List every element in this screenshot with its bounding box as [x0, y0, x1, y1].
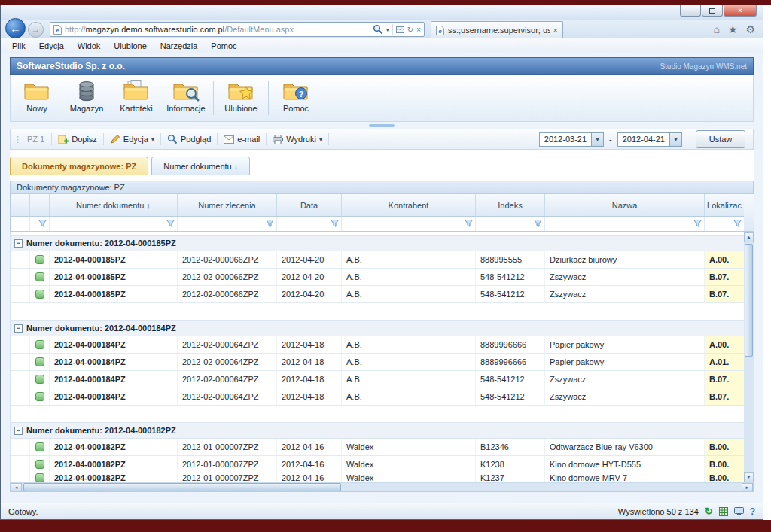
tab-dokumenty-magazynowe[interactable]: Dokumenty magazynowe: PZ — [10, 157, 148, 175]
toolbar-button-folder-help[interactable]: ?Pomoc — [271, 79, 321, 113]
filter-funnel-icon[interactable] — [266, 220, 274, 229]
scroll-left-button[interactable]: ◄ — [11, 483, 22, 491]
filter-cell[interactable] — [11, 217, 30, 231]
compatibility-view-icon[interactable] — [396, 26, 404, 34]
column-header[interactable]: Lokalizac — [705, 194, 745, 216]
search-dropdown-icon[interactable]: ▾ — [386, 26, 389, 33]
menu-item[interactable]: Pomoc — [204, 40, 243, 52]
search-icon[interactable] — [373, 24, 383, 35]
table-row[interactable]: 2012-04-000185PZ2012-02-000066ZPZ2012-04… — [11, 286, 744, 303]
column-header[interactable]: Nazwa — [545, 194, 705, 216]
column-header[interactable]: Numer dokumentu ↓ — [50, 194, 178, 216]
tab-close-icon[interactable]: × — [553, 26, 558, 35]
action-button-printer[interactable]: Wydruki▾ — [268, 133, 327, 146]
action-button-pencil[interactable]: Edycja▾ — [105, 132, 159, 146]
table-row[interactable]: 2012-04-000182PZ2012-01-000007ZPZ2012-04… — [11, 439, 744, 456]
menu-item[interactable]: Ulubione — [107, 40, 153, 52]
filter-funnel-icon[interactable] — [693, 220, 702, 229]
menu-item[interactable]: Plik — [5, 40, 32, 52]
filter-cell[interactable] — [50, 217, 178, 231]
vertical-scrollbar[interactable]: ▲ ▼ — [744, 232, 754, 482]
collapse-icon[interactable]: − — [14, 427, 23, 435]
stop-icon[interactable]: × — [416, 26, 421, 34]
filter-funnel-icon[interactable] — [465, 220, 473, 229]
minimize-button[interactable]: — — [680, 5, 701, 17]
table-row[interactable]: 2012-04-000182PZ2012-01-000007ZPZ2012-04… — [11, 456, 744, 473]
print-view-icon[interactable] — [734, 507, 744, 515]
menu-item[interactable]: Widok — [71, 40, 108, 52]
toolbar-button-folder-search[interactable]: Informacje — [161, 79, 211, 113]
column-header[interactable]: Kontrahent — [342, 194, 476, 216]
forward-button[interactable]: → — [28, 22, 44, 38]
group-header[interactable]: −Numer dokumentu: 2012-04-000184PZ — [11, 320, 744, 336]
filter-cell[interactable] — [545, 217, 705, 231]
column-header[interactable]: Numer zlecenia — [178, 194, 277, 216]
export-excel-icon[interactable] — [719, 507, 728, 516]
filter-cell[interactable] — [705, 217, 745, 231]
filter-cell[interactable] — [277, 217, 342, 231]
action-button-add-note[interactable]: Dopisz — [53, 132, 102, 146]
filter-cell[interactable] — [30, 217, 50, 231]
scrollbar-filler — [744, 194, 754, 232]
filter-cell[interactable] — [178, 217, 277, 231]
table-row[interactable]: 2012-04-000184PZ2012-02-000064ZPZ2012-04… — [11, 371, 744, 388]
collapse-icon[interactable]: − — [14, 324, 23, 333]
table-row[interactable]: 2012-04-000184PZ2012-02-000064ZPZ2012-04… — [11, 336, 744, 354]
table-row[interactable]: 2012-04-000184PZ2012-02-000064ZPZ2012-04… — [11, 354, 744, 371]
date-to-field[interactable]: 2012-04-21 ▾ — [617, 132, 682, 147]
column-header[interactable] — [11, 194, 30, 216]
toolbar-button-folder-files[interactable]: Kartoteki — [111, 79, 161, 113]
filter-funnel-icon[interactable] — [331, 220, 339, 229]
filter-cell[interactable] — [476, 217, 545, 231]
hscroll-thumb[interactable] — [23, 483, 341, 491]
table-row[interactable]: 2012-04-000184PZ2012-02-000064ZPZ2012-04… — [11, 388, 744, 406]
horizontal-scrollbar[interactable]: ◄ ► — [10, 482, 754, 492]
collapse-icon[interactable]: − — [14, 239, 23, 248]
refresh-grid-icon[interactable]: ↻ — [705, 506, 713, 517]
menu-item[interactable]: Narzędzia — [154, 40, 205, 52]
scroll-right-button[interactable]: ► — [742, 483, 753, 491]
vscroll-thumb[interactable] — [745, 244, 753, 357]
close-button[interactable]: × — [724, 5, 757, 17]
home-icon[interactable]: ⌂ — [713, 23, 719, 35]
table-row[interactable]: 2012-04-000185PZ2012-02-000066ZPZ2012-04… — [11, 251, 744, 269]
cell-contractor: A.B. — [342, 336, 476, 353]
group-header[interactable]: −Numer dokumentu: 2012-04-000185PZ — [11, 235, 744, 251]
toolbar-button-folder-new[interactable]: Nowy — [12, 79, 62, 113]
filter-funnel-icon[interactable] — [733, 220, 742, 229]
filter-cell[interactable] — [342, 217, 476, 231]
date-from-field[interactable]: 2012-03-21 ▾ — [539, 132, 604, 147]
table-row[interactable]: 2012-04-000182PZ2012-01-000007ZPZ2012-04… — [11, 473, 744, 482]
column-header[interactable]: Indeks — [476, 194, 545, 216]
vscroll-track[interactable] — [744, 242, 754, 472]
column-header[interactable]: Data — [277, 194, 342, 216]
maximize-button[interactable] — [702, 5, 723, 17]
address-input[interactable]: e http://magazyn.demo.softwarestudio.com… — [50, 22, 425, 37]
table-row[interactable]: 2012-04-000185PZ2012-02-000066ZPZ2012-04… — [11, 269, 744, 286]
column-header[interactable] — [30, 194, 50, 216]
tab-numer-dokumentu[interactable]: Numer dokumentu ↓ — [151, 157, 250, 175]
filter-funnel-icon[interactable] — [166, 220, 175, 229]
back-button[interactable]: ← — [5, 18, 26, 38]
toolbar-button-folder-star[interactable]: Ulubione — [216, 79, 266, 113]
ustaw-button[interactable]: Ustaw — [696, 130, 745, 148]
tools-gear-icon[interactable]: ⚙ — [745, 23, 755, 35]
splitter-handle[interactable] — [10, 122, 754, 129]
filter-funnel-icon[interactable] — [534, 220, 542, 229]
date-from-dropdown-button[interactable]: ▾ — [591, 133, 603, 146]
refresh-page-icon[interactable]: ↻ — [407, 26, 413, 34]
group-header[interactable]: −Numer dokumentu: 2012-04-000182PZ — [11, 422, 744, 439]
scroll-down-button[interactable]: ▼ — [744, 472, 754, 482]
hscroll-track[interactable] — [22, 483, 742, 491]
browser-tab[interactable]: e ss:;username:supervisor; us... × — [431, 21, 563, 38]
action-button-magnifier[interactable]: Podgląd — [163, 132, 215, 146]
toolbar-button-database[interactable]: Magazyn — [62, 79, 111, 113]
help-icon[interactable]: ? — [750, 506, 755, 517]
date-to-dropdown-button[interactable]: ▾ — [669, 133, 681, 146]
scroll-up-button[interactable]: ▲ — [744, 232, 754, 242]
window-titlebar[interactable]: — × — [1, 5, 763, 20]
action-button-envelope[interactable]: e-mail — [219, 133, 264, 145]
favorites-icon[interactable]: ★ — [728, 23, 738, 35]
filter-funnel-icon[interactable] — [38, 220, 47, 229]
menu-item[interactable]: Edycja — [32, 40, 71, 52]
